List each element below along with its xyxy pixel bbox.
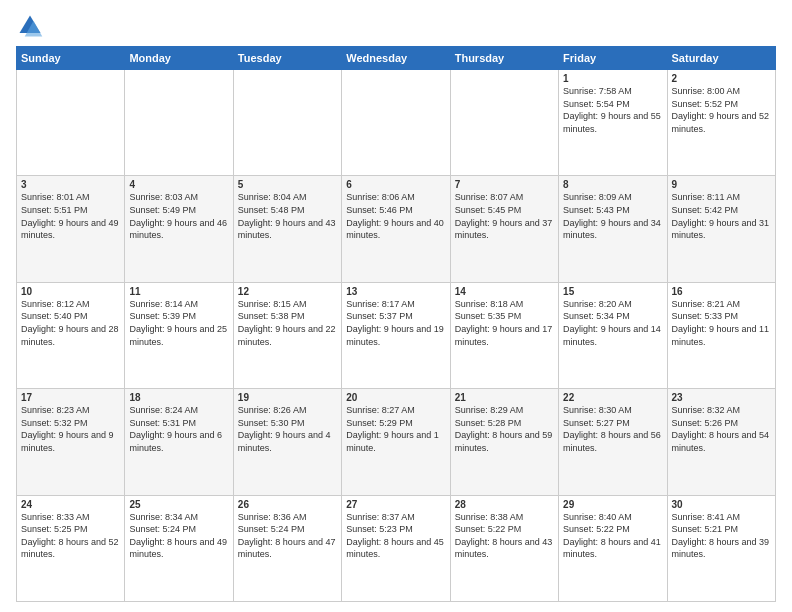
day-cell (233, 70, 341, 176)
day-number: 30 (672, 499, 771, 510)
week-row-0: 1Sunrise: 7:58 AM Sunset: 5:54 PM Daylig… (17, 70, 776, 176)
day-cell: 9Sunrise: 8:11 AM Sunset: 5:42 PM Daylig… (667, 176, 775, 282)
day-number: 14 (455, 286, 554, 297)
day-number: 11 (129, 286, 228, 297)
day-info: Sunrise: 8:40 AM Sunset: 5:22 PM Dayligh… (563, 511, 662, 561)
day-cell: 6Sunrise: 8:06 AM Sunset: 5:46 PM Daylig… (342, 176, 450, 282)
day-info: Sunrise: 8:09 AM Sunset: 5:43 PM Dayligh… (563, 191, 662, 241)
header-row (16, 12, 776, 40)
day-number: 1 (563, 73, 662, 84)
day-info: Sunrise: 8:38 AM Sunset: 5:22 PM Dayligh… (455, 511, 554, 561)
day-cell: 19Sunrise: 8:26 AM Sunset: 5:30 PM Dayli… (233, 389, 341, 495)
header-friday: Friday (559, 47, 667, 70)
day-info: Sunrise: 8:06 AM Sunset: 5:46 PM Dayligh… (346, 191, 445, 241)
day-cell: 10Sunrise: 8:12 AM Sunset: 5:40 PM Dayli… (17, 282, 125, 388)
day-cell: 18Sunrise: 8:24 AM Sunset: 5:31 PM Dayli… (125, 389, 233, 495)
day-info: Sunrise: 8:34 AM Sunset: 5:24 PM Dayligh… (129, 511, 228, 561)
day-cell: 30Sunrise: 8:41 AM Sunset: 5:21 PM Dayli… (667, 495, 775, 601)
header-saturday: Saturday (667, 47, 775, 70)
week-row-4: 24Sunrise: 8:33 AM Sunset: 5:25 PM Dayli… (17, 495, 776, 601)
day-info: Sunrise: 8:20 AM Sunset: 5:34 PM Dayligh… (563, 298, 662, 348)
calendar-table: SundayMondayTuesdayWednesdayThursdayFrid… (16, 46, 776, 602)
day-cell: 23Sunrise: 8:32 AM Sunset: 5:26 PM Dayli… (667, 389, 775, 495)
day-cell: 1Sunrise: 7:58 AM Sunset: 5:54 PM Daylig… (559, 70, 667, 176)
week-row-2: 10Sunrise: 8:12 AM Sunset: 5:40 PM Dayli… (17, 282, 776, 388)
day-cell: 13Sunrise: 8:17 AM Sunset: 5:37 PM Dayli… (342, 282, 450, 388)
day-cell: 25Sunrise: 8:34 AM Sunset: 5:24 PM Dayli… (125, 495, 233, 601)
day-number: 29 (563, 499, 662, 510)
day-number: 9 (672, 179, 771, 190)
header-sunday: Sunday (17, 47, 125, 70)
day-number: 15 (563, 286, 662, 297)
day-info: Sunrise: 8:01 AM Sunset: 5:51 PM Dayligh… (21, 191, 120, 241)
day-number: 16 (672, 286, 771, 297)
day-info: Sunrise: 8:36 AM Sunset: 5:24 PM Dayligh… (238, 511, 337, 561)
day-cell: 26Sunrise: 8:36 AM Sunset: 5:24 PM Dayli… (233, 495, 341, 601)
day-number: 10 (21, 286, 120, 297)
day-info: Sunrise: 8:33 AM Sunset: 5:25 PM Dayligh… (21, 511, 120, 561)
day-number: 23 (672, 392, 771, 403)
day-info: Sunrise: 7:58 AM Sunset: 5:54 PM Dayligh… (563, 85, 662, 135)
day-cell: 11Sunrise: 8:14 AM Sunset: 5:39 PM Dayli… (125, 282, 233, 388)
day-number: 7 (455, 179, 554, 190)
day-cell: 22Sunrise: 8:30 AM Sunset: 5:27 PM Dayli… (559, 389, 667, 495)
header-row-days: SundayMondayTuesdayWednesdayThursdayFrid… (17, 47, 776, 70)
day-number: 12 (238, 286, 337, 297)
day-info: Sunrise: 8:30 AM Sunset: 5:27 PM Dayligh… (563, 404, 662, 454)
day-info: Sunrise: 8:15 AM Sunset: 5:38 PM Dayligh… (238, 298, 337, 348)
day-number: 26 (238, 499, 337, 510)
header-monday: Monday (125, 47, 233, 70)
day-number: 17 (21, 392, 120, 403)
day-info: Sunrise: 8:00 AM Sunset: 5:52 PM Dayligh… (672, 85, 771, 135)
week-row-3: 17Sunrise: 8:23 AM Sunset: 5:32 PM Dayli… (17, 389, 776, 495)
day-cell: 8Sunrise: 8:09 AM Sunset: 5:43 PM Daylig… (559, 176, 667, 282)
day-cell: 28Sunrise: 8:38 AM Sunset: 5:22 PM Dayli… (450, 495, 558, 601)
week-row-1: 3Sunrise: 8:01 AM Sunset: 5:51 PM Daylig… (17, 176, 776, 282)
day-cell: 7Sunrise: 8:07 AM Sunset: 5:45 PM Daylig… (450, 176, 558, 282)
day-cell: 5Sunrise: 8:04 AM Sunset: 5:48 PM Daylig… (233, 176, 341, 282)
day-info: Sunrise: 8:29 AM Sunset: 5:28 PM Dayligh… (455, 404, 554, 454)
day-info: Sunrise: 8:04 AM Sunset: 5:48 PM Dayligh… (238, 191, 337, 241)
day-number: 27 (346, 499, 445, 510)
day-info: Sunrise: 8:21 AM Sunset: 5:33 PM Dayligh… (672, 298, 771, 348)
day-cell (450, 70, 558, 176)
day-cell: 24Sunrise: 8:33 AM Sunset: 5:25 PM Dayli… (17, 495, 125, 601)
day-info: Sunrise: 8:11 AM Sunset: 5:42 PM Dayligh… (672, 191, 771, 241)
day-cell: 17Sunrise: 8:23 AM Sunset: 5:32 PM Dayli… (17, 389, 125, 495)
day-info: Sunrise: 8:41 AM Sunset: 5:21 PM Dayligh… (672, 511, 771, 561)
day-cell: 29Sunrise: 8:40 AM Sunset: 5:22 PM Dayli… (559, 495, 667, 601)
day-number: 22 (563, 392, 662, 403)
header-wednesday: Wednesday (342, 47, 450, 70)
day-number: 19 (238, 392, 337, 403)
day-number: 13 (346, 286, 445, 297)
day-cell: 14Sunrise: 8:18 AM Sunset: 5:35 PM Dayli… (450, 282, 558, 388)
day-cell: 4Sunrise: 8:03 AM Sunset: 5:49 PM Daylig… (125, 176, 233, 282)
day-info: Sunrise: 8:17 AM Sunset: 5:37 PM Dayligh… (346, 298, 445, 348)
day-cell: 15Sunrise: 8:20 AM Sunset: 5:34 PM Dayli… (559, 282, 667, 388)
day-info: Sunrise: 8:03 AM Sunset: 5:49 PM Dayligh… (129, 191, 228, 241)
day-cell: 21Sunrise: 8:29 AM Sunset: 5:28 PM Dayli… (450, 389, 558, 495)
day-cell: 12Sunrise: 8:15 AM Sunset: 5:38 PM Dayli… (233, 282, 341, 388)
day-number: 5 (238, 179, 337, 190)
day-cell: 3Sunrise: 8:01 AM Sunset: 5:51 PM Daylig… (17, 176, 125, 282)
calendar-page: SundayMondayTuesdayWednesdayThursdayFrid… (0, 0, 792, 612)
day-cell: 27Sunrise: 8:37 AM Sunset: 5:23 PM Dayli… (342, 495, 450, 601)
day-info: Sunrise: 8:24 AM Sunset: 5:31 PM Dayligh… (129, 404, 228, 454)
day-info: Sunrise: 8:18 AM Sunset: 5:35 PM Dayligh… (455, 298, 554, 348)
day-cell (125, 70, 233, 176)
day-number: 20 (346, 392, 445, 403)
day-cell (17, 70, 125, 176)
day-number: 4 (129, 179, 228, 190)
day-info: Sunrise: 8:23 AM Sunset: 5:32 PM Dayligh… (21, 404, 120, 454)
day-info: Sunrise: 8:26 AM Sunset: 5:30 PM Dayligh… (238, 404, 337, 454)
header-thursday: Thursday (450, 47, 558, 70)
day-info: Sunrise: 8:14 AM Sunset: 5:39 PM Dayligh… (129, 298, 228, 348)
day-info: Sunrise: 8:07 AM Sunset: 5:45 PM Dayligh… (455, 191, 554, 241)
day-info: Sunrise: 8:27 AM Sunset: 5:29 PM Dayligh… (346, 404, 445, 454)
day-number: 2 (672, 73, 771, 84)
day-cell (342, 70, 450, 176)
logo (16, 12, 48, 40)
day-number: 21 (455, 392, 554, 403)
day-number: 8 (563, 179, 662, 190)
header-tuesday: Tuesday (233, 47, 341, 70)
